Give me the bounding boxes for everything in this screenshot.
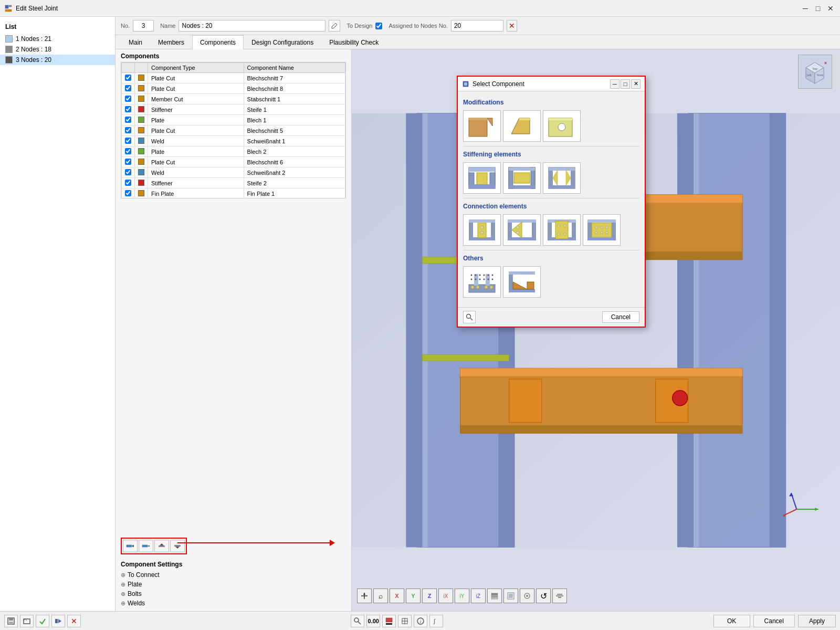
to-design-checkbox[interactable] — [375, 23, 382, 29]
tab-components[interactable]: Components — [192, 35, 244, 49]
tab-plausibility[interactable]: Plausibility Check — [321, 35, 386, 49]
dialog-cancel-button[interactable]: Cancel — [602, 311, 639, 323]
view-btn-zoom[interactable]: ⌕ — [373, 589, 388, 603]
apply-button[interactable]: Apply — [798, 615, 836, 627]
sidebar-item-3[interactable]: 3 Nodes : 20 — [0, 55, 115, 65]
bottom-icon-5[interactable]: i — [414, 615, 427, 627]
bottom-icon-2[interactable]: 0.00 — [366, 615, 380, 627]
row-type: Weld — [148, 136, 244, 146]
view-btn-render[interactable] — [503, 589, 518, 603]
table-row[interactable]: Plate Cut Blechschnitt 8 — [122, 83, 345, 94]
comp-card-conn1[interactable] — [463, 214, 501, 246]
dialog-search-button[interactable] — [463, 311, 476, 323]
cancel-button-main[interactable]: Cancel — [753, 615, 795, 627]
table-row[interactable]: Plate Blech 1 — [122, 115, 345, 125]
row-checkbox[interactable] — [125, 117, 131, 123]
bottom-open-button[interactable] — [20, 615, 34, 627]
table-row[interactable]: Stiffener Steife 1 — [122, 104, 345, 115]
comp-card-conn4[interactable] — [583, 214, 621, 246]
table-row[interactable]: Stiffener Steife 2 — [122, 178, 345, 188]
view-btn-ix[interactable]: iX — [438, 589, 453, 603]
view-btn-refresh[interactable]: ↺ — [536, 589, 551, 603]
comp-card-mod2[interactable] — [503, 110, 541, 142]
tab-main[interactable]: Main — [121, 35, 150, 49]
view-btn-x[interactable]: X — [390, 589, 404, 603]
row-color — [138, 106, 144, 112]
view-btn-display[interactable] — [520, 589, 534, 603]
bottom-settings2-button[interactable]: ✕ — [67, 615, 81, 627]
comp-card-conn2[interactable] — [503, 214, 541, 246]
comp-card-mod3[interactable] — [543, 110, 581, 142]
maximize-button[interactable]: □ — [813, 3, 823, 14]
dialog-minimize-button[interactable]: ─ — [610, 79, 620, 89]
view-btn-layers[interactable] — [487, 589, 502, 603]
view-btn-iy[interactable]: iY — [455, 589, 469, 603]
tree-plate[interactable]: ⊕ Plate — [121, 580, 346, 589]
close-button[interactable]: ✕ — [825, 3, 836, 14]
dialog-close-button[interactable]: ✕ — [631, 79, 640, 89]
table-row[interactable]: Plate Cut Blechschnitt 5 — [122, 125, 345, 136]
tab-members[interactable]: Members — [150, 35, 192, 49]
row-checkbox[interactable] — [125, 180, 131, 186]
row-checkbox[interactable] — [125, 127, 131, 133]
bottom-run-button[interactable] — [51, 615, 65, 627]
comp-card-oth1[interactable] — [463, 266, 501, 298]
row-checkbox[interactable] — [125, 75, 131, 81]
comp-card-stif1[interactable] — [463, 162, 501, 194]
view-btn-axes[interactable] — [357, 589, 372, 603]
comp-card-oth2[interactable] — [503, 266, 541, 298]
components-table-container[interactable]: Component Type Component Name Plate Cut … — [121, 62, 346, 198]
bottom-icon-1[interactable] — [351, 615, 364, 627]
assigned-clear-button[interactable]: ✕ — [507, 20, 517, 32]
bottom-icon-6[interactable]: ∫ — [429, 615, 443, 627]
view-cube[interactable]: Top Left Front × — [798, 55, 832, 89]
row-checkbox[interactable] — [125, 106, 131, 112]
minimize-button[interactable]: ─ — [800, 3, 811, 14]
row-name: Blechschnitt 7 — [244, 73, 345, 83]
dialog-maximize-button[interactable]: □ — [621, 79, 630, 89]
table-row[interactable]: Plate Blech 2 — [122, 146, 345, 157]
tab-design[interactable]: Design Configurations — [244, 35, 321, 49]
comp-card-mod1[interactable] — [463, 110, 501, 142]
comp-card-stif2[interactable] — [503, 162, 541, 194]
name-edit-button[interactable] — [329, 20, 340, 32]
view-btn-iz[interactable]: iZ — [471, 589, 486, 603]
tree-bolts[interactable]: ⊕ Bolts — [121, 589, 346, 598]
no-input[interactable] — [133, 20, 154, 32]
name-input[interactable] — [178, 20, 326, 32]
view-btn-settings[interactable] — [552, 589, 567, 603]
comp-card-conn3[interactable] — [543, 214, 581, 246]
table-row[interactable]: Fin Plate Fin Plate 1 — [122, 188, 345, 199]
table-row[interactable]: Member Cut Stabschnitt 1 — [122, 94, 345, 104]
tree-welds[interactable]: ⊕ Welds — [121, 598, 346, 608]
ok-button[interactable]: OK — [713, 615, 750, 627]
bottom-save-button[interactable] — [4, 615, 18, 627]
table-row[interactable]: Plate Cut Blechschnitt 7 — [122, 73, 345, 83]
bottom-icon-4[interactable] — [398, 615, 412, 627]
tree-to-connect[interactable]: ⊕ To Connect — [121, 570, 346, 580]
row-checkbox[interactable] — [125, 138, 131, 144]
toolbar-btn-3[interactable] — [154, 540, 169, 552]
bottom-icon-3[interactable] — [382, 615, 396, 627]
col-type: Component Type — [148, 63, 244, 73]
table-row[interactable]: Plate Cut Blechschnitt 6 — [122, 157, 345, 167]
table-row[interactable]: Weld Schweißnaht 1 — [122, 136, 345, 146]
row-checkbox[interactable] — [125, 85, 131, 91]
row-checkbox[interactable] — [125, 190, 131, 196]
assigned-input[interactable] — [451, 20, 503, 32]
view-btn-z[interactable]: Z — [422, 589, 437, 603]
comp-card-stif3[interactable] — [543, 162, 581, 194]
view-btn-y[interactable]: Y — [406, 589, 421, 603]
toolbar-btn-1[interactable] — [123, 540, 138, 552]
toolbar-btn-2[interactable] — [139, 540, 153, 552]
row-checkbox[interactable] — [125, 159, 131, 165]
sidebar-item-1[interactable]: 1 Nodes : 21 — [0, 34, 115, 44]
toolbar-btn-4[interactable] — [170, 540, 185, 552]
bottom-tool-icons: 0.00 i ∫ — [351, 615, 443, 627]
row-checkbox[interactable] — [125, 169, 131, 175]
table-row[interactable]: Weld Schweißnaht 2 — [122, 167, 345, 178]
bottom-check-button[interactable] — [36, 615, 49, 627]
sidebar-item-2[interactable]: 2 Nodes : 18 — [0, 44, 115, 55]
row-checkbox[interactable] — [125, 148, 131, 154]
row-checkbox[interactable] — [125, 96, 131, 102]
